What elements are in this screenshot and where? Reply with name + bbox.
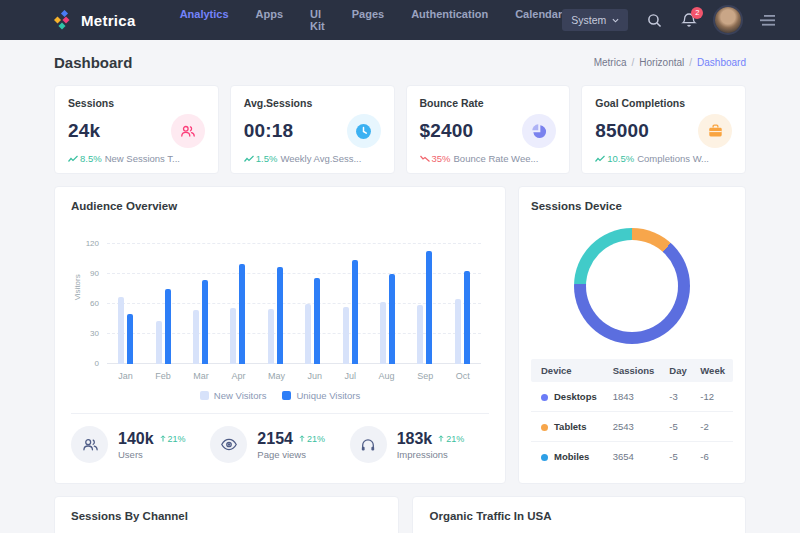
device-table: Device Sassions Day Week Desktops 1843 -…: [531, 359, 733, 471]
search-icon: [646, 12, 663, 29]
breadcrumb-metrica[interactable]: Metrica: [594, 57, 627, 68]
table-row-tablets[interactable]: Tablets 2543 -5 -2: [531, 412, 733, 442]
stat-title: Bounce Rate: [420, 97, 557, 109]
x-axis-labels: JanFebMarAprMayJunJulAugSepOct: [107, 371, 481, 381]
audience-overview-card: Audience Overview Visitors 0306090120 Ja…: [54, 186, 506, 484]
x-axis-tick: Mar: [193, 371, 209, 381]
col-sassions: Sassions: [607, 359, 664, 382]
breadcrumb: Metrica Horizontal Dashboard: [594, 57, 746, 68]
sessions-by-channel-card: Sessions By Channel Organic Search Socia…: [54, 496, 399, 533]
bar: [343, 307, 349, 364]
mobiles-dot-icon: [541, 454, 548, 461]
legend-unique-visitors[interactable]: Unique Visitors: [282, 390, 360, 401]
stat-desc-text: Bounce Rate Wee...: [454, 153, 539, 164]
menu-item-apps[interactable]: Apps: [256, 8, 284, 32]
donut-hole: [586, 240, 678, 332]
bar: [165, 289, 171, 364]
summary-label: Users: [118, 449, 186, 460]
menu-item-calendar[interactable]: Calendar: [515, 8, 562, 32]
table-row-desktops[interactable]: Desktops 1843 -3 -12: [531, 382, 733, 412]
menu-item-analytics[interactable]: Analytics: [180, 8, 229, 32]
stat-card-bounce-rate: Bounce Rate $2400 35% Bounce Rate Wee...: [406, 85, 571, 174]
sessions-device-title: Sessions Device: [531, 200, 733, 212]
summary-users: 140k 21% Users: [71, 426, 210, 463]
breadcrumb-dashboard[interactable]: Dashboard: [689, 57, 746, 68]
organic-traffic-usa-card: Organic Traffic In USA +: [412, 496, 746, 533]
x-axis-tick: Apr: [231, 371, 245, 381]
sidebar-toggle-button[interactable]: [759, 14, 776, 27]
x-axis-tick: Sep: [417, 371, 433, 381]
bar-group-may[interactable]: [268, 267, 283, 364]
bar-group-apr[interactable]: [230, 264, 245, 364]
sessions-by-channel-title: Sessions By Channel: [71, 510, 382, 522]
delta-up: 21%: [438, 434, 464, 444]
bar-group-jun[interactable]: [305, 278, 320, 364]
bar-group-oct[interactable]: [455, 271, 470, 364]
user-avatar[interactable]: [715, 7, 741, 33]
y-axis-tick: 30: [90, 329, 99, 338]
table-row-mobiles[interactable]: Mobiles 3654 -5 -6: [531, 442, 733, 472]
bar: [239, 264, 245, 364]
legend-swatch: [282, 391, 291, 400]
top-navbar: Metrica Analytics Apps UI Kit Pages Auth…: [0, 0, 800, 40]
y-axis-title: Visitors: [73, 274, 82, 300]
clock-icon: [347, 114, 381, 148]
x-axis-tick: Oct: [456, 371, 470, 381]
desktops-dot-icon: [541, 394, 548, 401]
x-axis-tick: May: [268, 371, 285, 381]
summary-label: Page views: [257, 449, 325, 460]
trend-up-icon: 8.5%: [68, 153, 102, 164]
col-day: Day: [663, 359, 694, 382]
page-title: Dashboard: [54, 54, 132, 71]
bar: [352, 260, 358, 364]
bar: [389, 274, 395, 364]
bar-group-jan[interactable]: [118, 297, 133, 364]
bar-group-aug[interactable]: [380, 274, 395, 364]
audience-overview-title: Audience Overview: [71, 200, 489, 212]
bar-group-mar[interactable]: [193, 280, 208, 364]
menu-item-pages[interactable]: Pages: [352, 8, 384, 32]
system-dropdown-label: System: [571, 14, 606, 26]
bar-group-jul[interactable]: [343, 260, 358, 364]
stat-value: $2400: [420, 120, 474, 142]
search-button[interactable]: [646, 12, 663, 29]
menu-item-ui-kit[interactable]: UI Kit: [310, 8, 325, 32]
sessions-device-card: Sessions Device Device Sassions Day Week…: [518, 186, 746, 484]
chevron-down-icon: [612, 18, 619, 23]
menu-item-authentication[interactable]: Authentication: [411, 8, 488, 32]
stat-value: 00:18: [244, 120, 294, 142]
stat-desc-text: New Sessions T...: [105, 153, 180, 164]
users-icon: [171, 114, 205, 148]
audience-bar-chart[interactable]: Visitors 0306090120: [107, 244, 481, 364]
legend-new-visitors[interactable]: New Visitors: [200, 390, 267, 401]
summary-impressions: 183k 21% Impressions: [350, 426, 489, 463]
bar: [455, 299, 461, 364]
bar-group-feb[interactable]: [156, 289, 171, 364]
brand-logo[interactable]: Metrica: [54, 10, 136, 30]
system-dropdown[interactable]: System: [562, 9, 628, 31]
menu-icon: [759, 14, 776, 27]
breadcrumb-horizontal[interactable]: Horizontal: [631, 57, 684, 68]
bar: [202, 280, 208, 364]
audience-summary-stats: 140k 21% Users 2154 21% Page views: [71, 413, 489, 463]
legend-swatch: [200, 391, 209, 400]
notifications-button[interactable]: 2: [681, 12, 697, 29]
summary-value: 183k: [397, 430, 433, 448]
stat-value: 24k: [68, 120, 100, 142]
summary-label: Impressions: [397, 449, 465, 460]
summary-value: 140k: [118, 430, 154, 448]
bar: [277, 267, 283, 364]
bar: [118, 297, 124, 364]
x-axis-tick: Feb: [155, 371, 171, 381]
sessions-device-donut-chart[interactable]: [574, 228, 690, 344]
briefcase-icon: [698, 114, 732, 148]
bar-group-sep[interactable]: [417, 251, 432, 364]
bar: [230, 308, 236, 364]
bar: [193, 310, 199, 364]
bar: [464, 271, 470, 364]
delta-up: 21%: [160, 434, 186, 444]
y-axis-tick: 60: [90, 299, 99, 308]
bar: [417, 305, 423, 364]
x-axis-tick: Aug: [379, 371, 395, 381]
x-axis-tick: Jun: [307, 371, 322, 381]
